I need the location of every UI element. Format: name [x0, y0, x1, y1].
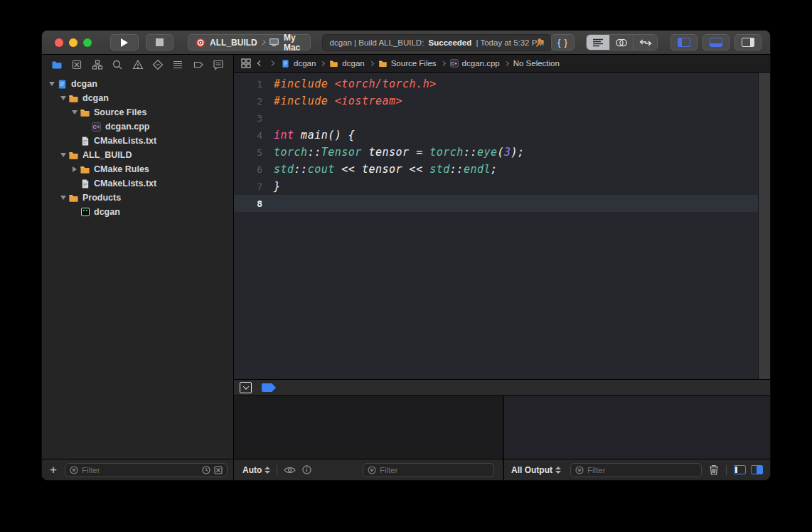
folder-icon — [378, 59, 388, 68]
navigator-filter-input[interactable] — [82, 466, 198, 474]
jump-bar: dcgandcganSource FilesC+dcgan.cppNo Sele… — [234, 55, 770, 73]
console-scope-popup[interactable]: All Output — [511, 465, 561, 475]
editor-mode-segmented-control — [586, 34, 658, 50]
project-icon — [57, 79, 68, 90]
tree-row[interactable]: dcgan — [42, 77, 233, 91]
tree-row[interactable]: CMake Rules — [42, 162, 233, 176]
cpp-icon: C+ — [450, 59, 459, 68]
tree-row[interactable]: dcgan — [42, 91, 233, 105]
tree-row[interactable]: dcgan — [42, 205, 233, 219]
code-text: #include <torch/torch.h> — [274, 78, 437, 90]
inspector-panel-icon — [742, 38, 754, 47]
tree-row[interactable]: C+dcgan.cpp — [42, 119, 233, 134]
breadcrumb-separator-icon — [441, 60, 446, 65]
related-items-icon[interactable] — [241, 58, 251, 68]
go-back-button[interactable] — [257, 60, 263, 66]
close-window-button[interactable] — [55, 38, 63, 47]
disclosure-triangle[interactable] — [59, 96, 68, 100]
disclosure-triangle[interactable] — [70, 166, 79, 172]
source-control-navigator-tab[interactable] — [69, 58, 85, 72]
source-control-status-filter-icon[interactable] — [214, 466, 223, 474]
variables-filter-field[interactable] — [363, 463, 494, 477]
standard-editor-button[interactable] — [587, 35, 610, 50]
breakpoint-navigator-tab[interactable] — [191, 58, 206, 72]
console-bar: All Output — [503, 459, 770, 480]
navigator-toggle-button[interactable] — [671, 34, 698, 50]
code-line[interactable]: 5torch::Tensor tensor = torch::eye(3); — [234, 144, 770, 161]
zoom-window-button[interactable] — [83, 38, 92, 47]
xcode-window: ALL_BUILD My Mac dcgan | Build ALL_BUILD… — [41, 30, 771, 481]
code-line[interactable]: 7} — [234, 178, 770, 195]
version-editor-button[interactable] — [634, 35, 657, 50]
add-button[interactable]: + — [48, 463, 59, 477]
clear-console-trash-icon[interactable] — [709, 464, 719, 475]
variables-scope-popup[interactable]: Auto — [242, 465, 270, 475]
debug-navigator-tab[interactable] — [170, 58, 186, 72]
editor-scrollbar[interactable] — [758, 73, 770, 379]
breadcrumb-item[interactable]: dcgan — [329, 59, 364, 68]
breadcrumb-item[interactable]: dcgan — [281, 59, 316, 68]
console-filter-input[interactable] — [587, 466, 697, 474]
console-output-view[interactable] — [503, 396, 770, 459]
minimize-window-button[interactable] — [69, 38, 78, 47]
run-button[interactable] — [110, 34, 139, 50]
recents-clock-icon[interactable] — [202, 466, 210, 474]
assistant-editor-button[interactable] — [610, 35, 634, 50]
activity-status-view[interactable]: dcgan | Build ALL_BUILD: Succeeded | Tod… — [322, 34, 551, 51]
breadcrumb-label: Source Files — [391, 59, 437, 68]
project-navigator-tab[interactable] — [49, 58, 65, 72]
breadcrumb-item[interactable]: No Selection — [513, 59, 560, 68]
variables-scope-label: Auto — [242, 465, 262, 475]
code-line[interactable]: 2#include <iostream> — [234, 92, 770, 110]
navigator-filter-field[interactable] — [65, 463, 228, 477]
tree-row[interactable]: Source Files — [42, 105, 233, 119]
breadcrumb-item[interactable]: Source Files — [378, 59, 437, 68]
breakpoints-toggle-icon[interactable] — [262, 383, 276, 392]
find-navigator-tab[interactable] — [109, 58, 125, 72]
code-line[interactable]: 4int main() { — [234, 127, 770, 144]
variables-pane-toggle-button[interactable] — [734, 465, 746, 474]
quicklook-eye-icon[interactable] — [284, 466, 296, 474]
build-hammer-icon — [534, 38, 545, 48]
tree-item-label: dcgan — [94, 207, 120, 217]
code-line[interactable]: 3 — [234, 110, 770, 127]
filter-icon — [575, 466, 584, 474]
debug-area-toggle-button[interactable] — [703, 34, 730, 50]
tree-row[interactable]: CMakeLists.txt — [42, 176, 233, 191]
test-navigator-tab[interactable] — [150, 58, 166, 72]
test-navigator-icon — [152, 59, 164, 70]
source-code-editor[interactable]: 1#include <torch/torch.h>2#include <iost… — [234, 73, 770, 379]
variables-view[interactable] — [234, 396, 503, 459]
tree-row[interactable]: CMakeLists.txt — [42, 134, 233, 148]
inspector-toggle-button[interactable] — [734, 34, 762, 50]
line-number: 7 — [234, 181, 274, 192]
disclosure-triangle[interactable] — [59, 196, 68, 200]
disclosure-triangle[interactable] — [59, 153, 68, 157]
code-line[interactable]: 6std::cout << tensor << std::endl; — [234, 161, 770, 178]
library-button[interactable]: { } — [551, 34, 574, 50]
breadcrumb-item[interactable]: C+dcgan.cpp — [450, 59, 500, 68]
status-text-prefix: dcgan | Build ALL_BUILD: — [330, 38, 427, 47]
go-forward-button[interactable] — [269, 60, 274, 66]
tree-row[interactable]: ALL_BUILD — [42, 148, 233, 162]
stop-button[interactable] — [146, 34, 174, 50]
console-pane-toggle-button[interactable] — [751, 465, 763, 474]
report-navigator-tab[interactable] — [210, 58, 226, 72]
console-scope-label: All Output — [511, 465, 552, 475]
variables-filter-input[interactable] — [380, 466, 489, 474]
issue-navigator-tab[interactable] — [130, 58, 146, 72]
chevron-right-icon — [260, 40, 265, 45]
hide-debug-area-button[interactable] — [240, 382, 252, 393]
disclosure-triangle[interactable] — [48, 82, 56, 86]
report-navigator-icon — [213, 59, 224, 70]
symbol-navigator-tab[interactable] — [90, 58, 105, 72]
disclosure-triangle[interactable] — [70, 110, 79, 115]
library-braces-icon: { } — [557, 38, 567, 48]
tree-item-label: CMake Rules — [94, 164, 149, 174]
info-icon[interactable] — [302, 465, 311, 474]
tree-row[interactable]: Products — [42, 191, 233, 205]
code-line[interactable]: 1#include <torch/torch.h> — [234, 75, 770, 92]
scheme-selector[interactable]: ALL_BUILD My Mac — [188, 34, 311, 50]
console-filter-field[interactable] — [570, 463, 702, 477]
code-line[interactable]: 8 — [234, 195, 770, 212]
